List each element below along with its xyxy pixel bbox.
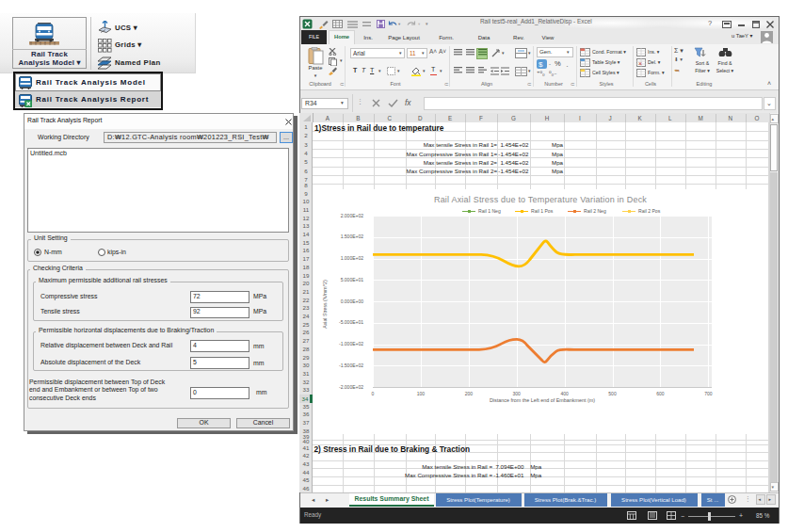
svg-text:$: $ bbox=[539, 60, 543, 69]
svg-text:×: × bbox=[638, 60, 642, 67]
